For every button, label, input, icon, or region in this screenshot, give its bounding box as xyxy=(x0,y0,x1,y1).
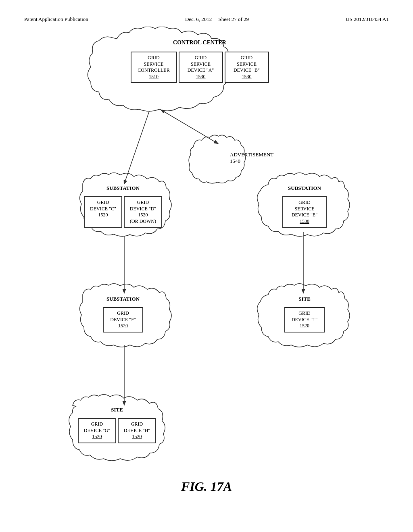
device-d-box: GRID DEVICE "D" 1520 (OR DOWN) xyxy=(124,196,162,228)
substation2-cloud: SUBSTATION GRID SERVICE DEVICE "E" 1530 xyxy=(260,182,349,234)
device-h-number: 1520 xyxy=(122,434,152,440)
site2-cloud: SITE GRID DEVICE "G" 1520 GRID DEVICE "H… xyxy=(67,403,167,458)
device-c-line1: GRID xyxy=(88,200,118,206)
device-f-box: GRID DEVICE "F" 1520 xyxy=(103,307,143,332)
device-f-line2: DEVICE "F" xyxy=(107,317,139,323)
header-center: Dec. 6, 2012 Sheet 27 of 29 xyxy=(185,16,249,23)
grid-service-device-b-box: GRID SERVICE DEVICE "B" 1530 xyxy=(225,52,269,83)
site1-boxes: GRID DEVICE "T" 1520 xyxy=(284,307,325,332)
sheet-label: Sheet 27 of 29 xyxy=(219,16,249,22)
controller-number: 1510 xyxy=(135,74,173,80)
device-c-line2: DEVICE "C" xyxy=(88,206,118,212)
substation2-label: SUBSTATION xyxy=(288,185,321,191)
device-b-number: 1530 xyxy=(229,74,265,80)
site1-label: SITE xyxy=(298,296,311,302)
control-center-boxes: GRID SERVICE CONTROLLER 1510 GRID SERVIC… xyxy=(131,52,269,83)
device-t-line2: DEVICE "T" xyxy=(288,317,321,323)
device-e-line3: DEVICE "E" xyxy=(286,212,323,218)
device-h-box: GRID DEVICE "H" 1520 xyxy=(118,418,156,443)
device-d-number: 1520 xyxy=(128,212,158,218)
device-d-line1: GRID xyxy=(128,200,158,206)
publication-label: Patent Application Publication xyxy=(24,16,88,22)
fig-caption: FIG. 17A xyxy=(181,479,232,494)
site2-boxes: GRID DEVICE "G" 1520 GRID DEVICE "H" 152… xyxy=(78,418,156,443)
controller-line3: CONTROLLER xyxy=(135,67,173,74)
grid-service-controller-box: GRID SERVICE CONTROLLER 1510 xyxy=(131,52,177,83)
device-a-line1: GRID xyxy=(183,55,219,61)
device-f-number: 1520 xyxy=(107,323,139,329)
substation3-boxes: GRID DEVICE "F" 1520 xyxy=(103,307,143,332)
device-a-number: 1530 xyxy=(183,74,219,80)
substation1-boxes: GRID DEVICE "C" 1520 GRID DEVICE "D" 152… xyxy=(84,196,162,228)
device-b-line3: DEVICE "B" xyxy=(229,67,265,74)
device-t-box: GRID DEVICE "T" 1520 xyxy=(284,307,325,332)
site1-cloud: SITE GRID DEVICE "T" 1520 xyxy=(260,293,349,345)
device-a-line3: DEVICE "A" xyxy=(183,67,219,74)
control-center-cloud: CONTROL CENTER GRID SERVICE CONTROLLER 1… xyxy=(85,35,315,112)
date-label: Dec. 6, 2012 xyxy=(185,16,212,22)
device-a-line2: SERVICE xyxy=(183,61,219,68)
ad-label-text: ADVERTISEMENT xyxy=(230,152,273,158)
substation1-label: SUBSTATION xyxy=(106,185,140,191)
advertisement-label: ADVERTISEMENT 1540 xyxy=(230,152,273,164)
device-f-line1: GRID xyxy=(107,310,139,317)
device-e-box: GRID SERVICE DEVICE "E" 1530 xyxy=(282,196,327,228)
device-d-extra: (OR DOWN) xyxy=(128,218,158,225)
svg-line-1 xyxy=(124,111,149,184)
device-e-line2: SERVICE xyxy=(286,206,323,212)
header-right: US 2012/310434 A1 xyxy=(346,16,389,23)
device-c-box: GRID DEVICE "C" 1520 xyxy=(84,196,122,228)
substation3-cloud: SUBSTATION GRID DEVICE "F" 1520 xyxy=(77,293,169,345)
grid-service-device-a-box: GRID SERVICE DEVICE "A" 1530 xyxy=(179,52,223,83)
patent-number: US 2012/310434 A1 xyxy=(346,16,389,22)
controller-line2: SERVICE xyxy=(135,61,173,68)
substation3-label: SUBSTATION xyxy=(106,296,140,302)
substation2-boxes: GRID SERVICE DEVICE "E" 1530 xyxy=(282,196,327,228)
device-g-box: GRID DEVICE "G" 1520 xyxy=(78,418,116,443)
site2-label: SITE xyxy=(111,407,123,413)
device-e-line1: GRID xyxy=(286,200,323,206)
control-center-label: CONTROL CENTER xyxy=(173,39,226,46)
svg-line-0 xyxy=(163,111,218,143)
diagram: CONTROL CENTER GRID SERVICE CONTROLLER 1… xyxy=(24,27,389,502)
device-g-line2: DEVICE "G" xyxy=(82,428,112,434)
header-left: Patent Application Publication xyxy=(24,16,88,23)
device-b-line2: SERVICE xyxy=(229,61,265,68)
device-b-line1: GRID xyxy=(229,55,265,61)
device-g-line1: GRID xyxy=(82,421,112,428)
device-d-line2: DEVICE "D" xyxy=(128,206,158,212)
device-g-number: 1520 xyxy=(82,434,112,440)
device-e-number: 1530 xyxy=(286,218,323,225)
ad-number: 1540 xyxy=(230,158,273,164)
device-h-line1: GRID xyxy=(122,421,152,428)
device-c-number: 1520 xyxy=(88,212,118,218)
substation1-cloud: SUBSTATION GRID DEVICE "C" 1520 GRID DEV… xyxy=(77,182,169,234)
page-header: Patent Application Publication Dec. 6, 2… xyxy=(24,16,389,23)
device-h-line2: DEVICE "H" xyxy=(122,428,152,434)
controller-line1: GRID xyxy=(135,55,173,61)
device-t-line1: GRID xyxy=(288,310,321,317)
device-t-number: 1520 xyxy=(288,323,321,329)
